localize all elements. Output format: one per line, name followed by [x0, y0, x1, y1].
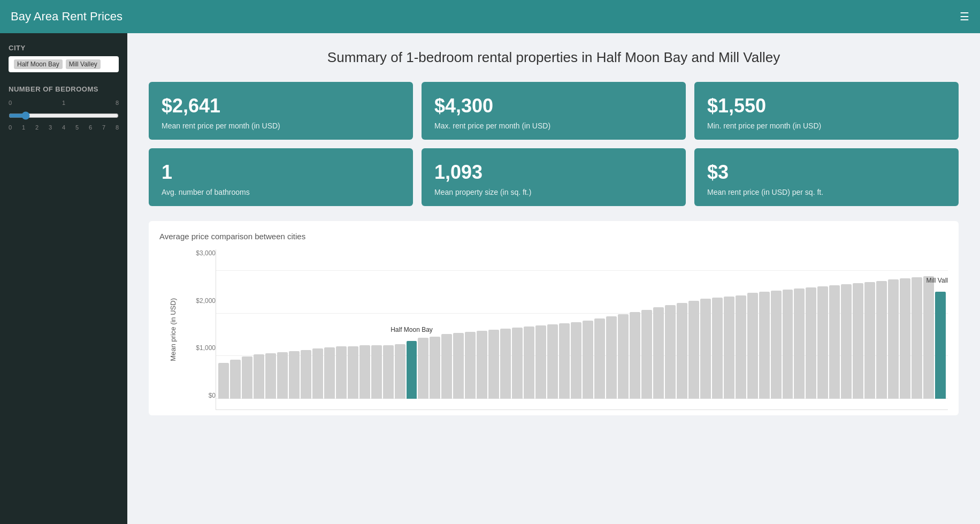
bar-48[interactable]: [783, 290, 793, 399]
bar-49[interactable]: [794, 288, 805, 399]
stat-desc-5: Mean rent price (in USD) per sq. ft.: [707, 188, 946, 196]
bar-55[interactable]: [864, 282, 875, 399]
sidebar: City Half Moon Bay Mill Valley Number of…: [0, 33, 127, 524]
bar-22[interactable]: [477, 331, 487, 399]
bar-19[interactable]: [441, 334, 452, 399]
stat-desc-2: Min. rent price per month (in USD): [707, 121, 946, 130]
bar-0[interactable]: [218, 363, 229, 399]
bar-18[interactable]: [430, 337, 440, 399]
bar-36[interactable]: [641, 310, 652, 399]
bar-37[interactable]: [653, 307, 664, 399]
menu-icon[interactable]: ☰: [960, 10, 969, 23]
grid-line: [216, 270, 948, 271]
page-title: Summary of 1-bedroom rental properties i…: [149, 49, 959, 66]
stat-card-3: 1 Avg. number of bathrooms: [149, 148, 413, 206]
bar-12[interactable]: [359, 345, 370, 399]
bar-label-half-moon-bay: Half Moon Bay: [391, 326, 433, 333]
bar-20[interactable]: [453, 333, 464, 399]
city-tag-half-moon-bay[interactable]: Half Moon Bay: [14, 59, 63, 69]
slider-max-label: 8: [116, 100, 119, 106]
bedrooms-slider[interactable]: [9, 111, 119, 120]
bar-13[interactable]: [371, 345, 382, 399]
bar-60[interactable]: [923, 276, 934, 399]
bar-21[interactable]: [465, 332, 476, 399]
bar-54[interactable]: [853, 283, 863, 399]
bar-56[interactable]: [876, 281, 887, 399]
bar-4[interactable]: [265, 353, 276, 399]
bar-10[interactable]: [336, 346, 347, 399]
stat-card-2: $1,550 Min. rent price per month (in USD…: [694, 82, 959, 140]
bar-50[interactable]: [806, 287, 816, 399]
city-tag-mill-valley[interactable]: Mill Valley: [66, 59, 101, 69]
chart-section: Average price comparison between cities …: [149, 221, 959, 415]
bar-40[interactable]: [688, 301, 699, 399]
bar-58[interactable]: [900, 278, 910, 399]
stat-card-5: $3 Mean rent price (in USD) per sq. ft.: [694, 148, 959, 206]
bar-14[interactable]: [383, 345, 394, 399]
stats-grid: $2,641 Mean rent price per month (in USD…: [149, 82, 959, 206]
bar-30[interactable]: [571, 322, 581, 399]
bar-53[interactable]: [841, 284, 852, 399]
y-label-1000: $1,000: [196, 344, 216, 352]
bar-45[interactable]: [747, 293, 758, 399]
stat-value-3: 1: [162, 161, 400, 184]
app-header: Bay Area Rent Prices ☰: [0, 0, 980, 33]
bar-25[interactable]: [512, 328, 523, 399]
content-area: Summary of 1-bedroom rental properties i…: [127, 33, 980, 524]
y-axis-title: Mean price (in USD): [169, 298, 177, 361]
stat-value-5: $3: [707, 161, 946, 184]
city-select-box[interactable]: Half Moon Bay Mill Valley: [9, 56, 119, 72]
bedrooms-filter-label: Number of bedrooms: [9, 85, 119, 93]
app-title: Bay Area Rent Prices: [11, 10, 951, 24]
bar-38[interactable]: [665, 305, 676, 399]
bar-27[interactable]: [535, 325, 546, 399]
slider-range-labels: 0 1 8: [9, 100, 119, 106]
bar-34[interactable]: [618, 314, 629, 399]
main-layout: City Half Moon Bay Mill Valley Number of…: [0, 33, 980, 524]
bar-32[interactable]: [594, 318, 605, 399]
bar-35[interactable]: [630, 312, 640, 399]
city-filter-label: City: [9, 44, 119, 52]
bar-3[interactable]: [254, 354, 264, 399]
bar-17[interactable]: [418, 338, 428, 399]
bar-57[interactable]: [888, 279, 899, 399]
slider-min-label: 0: [9, 100, 12, 106]
bar-26[interactable]: [524, 326, 534, 399]
bar-15[interactable]: [395, 344, 405, 399]
bar-highlighted-16[interactable]: Half Moon Bay: [407, 341, 417, 399]
bar-6[interactable]: [289, 351, 300, 399]
bar-59[interactable]: [912, 277, 922, 399]
y-label-3000: $3,000: [196, 249, 216, 257]
bar-2[interactable]: [242, 356, 252, 399]
bar-23[interactable]: [488, 330, 499, 399]
chart-title: Average price comparison between cities: [159, 232, 948, 241]
bar-5[interactable]: [277, 352, 288, 399]
stat-desc-4: Mean property size (in sq. ft.): [434, 188, 673, 196]
slider-tick-labels: 0 1 2 3 4 5 6 7 8: [9, 124, 119, 131]
stat-card-0: $2,641 Mean rent price per month (in USD…: [149, 82, 413, 140]
bar-9[interactable]: [324, 347, 335, 399]
bar-51[interactable]: [817, 286, 828, 399]
bar-41[interactable]: [700, 299, 711, 399]
bar-highlighted-61[interactable]: Mill Valley: [935, 292, 946, 399]
stat-card-4: 1,093 Mean property size (in sq. ft.): [422, 148, 686, 206]
bar-42[interactable]: [712, 298, 723, 399]
bar-29[interactable]: [559, 323, 570, 399]
bar-31[interactable]: [583, 321, 593, 399]
y-label-2000: $2,000: [196, 297, 216, 305]
stat-desc-3: Avg. number of bathrooms: [162, 188, 400, 196]
bar-33[interactable]: [606, 316, 617, 399]
bar-11[interactable]: [348, 346, 358, 399]
bar-44[interactable]: [736, 295, 746, 399]
bar-28[interactable]: [547, 324, 558, 399]
bar-39[interactable]: [677, 303, 687, 399]
bar-47[interactable]: [771, 291, 782, 399]
bar-24[interactable]: [500, 329, 511, 399]
bar-52[interactable]: [829, 285, 840, 399]
bar-43[interactable]: [724, 297, 734, 399]
bar-8[interactable]: [312, 348, 323, 399]
bar-1[interactable]: [230, 360, 241, 399]
bar-7[interactable]: [301, 350, 311, 399]
bar-label-mill-valley: Mill Valley: [927, 277, 948, 284]
bar-46[interactable]: [759, 292, 770, 399]
